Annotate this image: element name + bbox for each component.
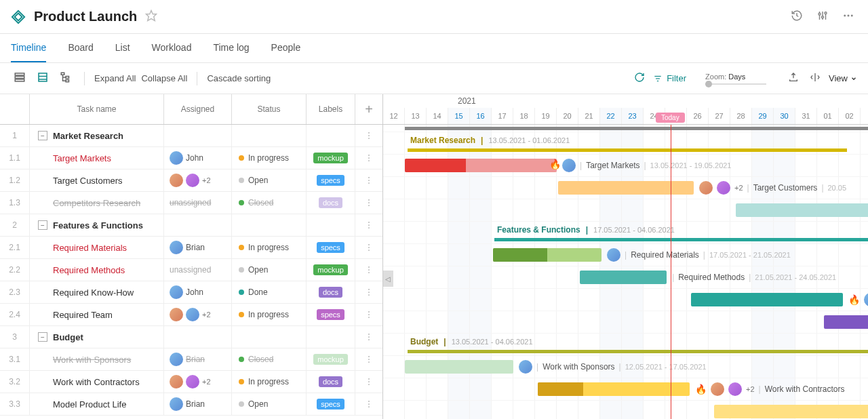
table-row[interactable]: 1.1Target MarketsJohnIn progressmockup <box>0 147 382 169</box>
table-row[interactable]: 1−Market Research <box>0 125 382 147</box>
row-menu-icon[interactable] <box>355 131 382 140</box>
tab-time-log[interactable]: Time log <box>213 34 249 62</box>
task-bar[interactable]: 🔥|Target Markets|13.05.2021 - 19.05.2021 <box>405 159 557 172</box>
tab-board[interactable]: Board <box>68 34 93 62</box>
status-cell[interactable]: In progress <box>232 371 307 393</box>
labels-cell[interactable]: specs <box>307 169 355 191</box>
column-task[interactable]: Task name <box>30 94 164 124</box>
labels-cell[interactable] <box>307 125 355 146</box>
hierarchy-icon[interactable] <box>57 68 75 88</box>
table-row[interactable]: 2−Features & Functions <box>0 214 382 237</box>
table-row[interactable]: 1.3Competitors ResearchunassignedClosedd… <box>0 192 382 214</box>
row-menu-icon[interactable] <box>355 198 382 207</box>
status-cell[interactable]: Open <box>232 259 307 281</box>
cascade-sorting-button[interactable]: Cascade sorting <box>207 73 271 83</box>
table-row[interactable]: 2.2Required MethodsunassignedOpenmockup <box>0 259 382 281</box>
table-row[interactable]: 3.1Work with SponsorsBrianClosedmockup <box>0 348 382 371</box>
status-cell[interactable] <box>232 326 307 348</box>
column-labels[interactable]: Labels <box>307 94 355 124</box>
task-bar[interactable] <box>824 315 868 329</box>
row-menu-icon[interactable] <box>355 265 382 275</box>
table-row[interactable]: 2.3Required Know-HowJohnDonedocs <box>0 281 382 304</box>
status-cell[interactable]: Closed <box>232 192 307 214</box>
labels-cell[interactable]: specs <box>307 237 355 258</box>
table-row[interactable]: 2.1Required MaterialsBrianIn progressspe… <box>0 237 382 259</box>
summary-bar[interactable] <box>408 350 868 353</box>
task-bar[interactable]: +2|Target Customers|20.05 <box>558 181 694 195</box>
row-menu-icon[interactable] <box>355 287 382 297</box>
more-menu-icon[interactable] <box>840 7 857 26</box>
labels-cell[interactable]: docs <box>307 192 355 214</box>
table-row[interactable]: 3.2Work with Contractors+2In progressdoc… <box>0 371 382 393</box>
status-cell[interactable]: In progress <box>232 147 307 169</box>
assigned-cell[interactable]: John <box>164 147 232 169</box>
assigned-cell[interactable]: +2 <box>164 169 232 191</box>
add-column-button[interactable]: + <box>355 94 382 124</box>
row-menu-icon[interactable] <box>355 220 382 230</box>
task-bar[interactable]: |Required Methods|21.05.2021 - 24.05.202… <box>580 271 667 284</box>
zoom-control[interactable]: Zoom: Days <box>705 73 766 85</box>
labels-cell[interactable]: specs <box>307 304 355 325</box>
labels-cell[interactable]: docs <box>307 371 355 393</box>
assigned-cell[interactable]: John <box>164 281 232 303</box>
collapse-toggle[interactable]: − <box>38 332 47 342</box>
assigned-cell[interactable] <box>164 214 232 236</box>
status-cell[interactable]: In progress <box>232 237 307 258</box>
status-cell[interactable]: Open <box>232 393 307 415</box>
labels-cell[interactable] <box>307 326 355 348</box>
assigned-cell[interactable]: Brian <box>164 237 232 258</box>
history-icon[interactable] <box>788 7 806 26</box>
column-status[interactable]: Status <box>232 94 307 124</box>
assigned-cell[interactable] <box>164 125 232 146</box>
status-cell[interactable]: In progress <box>232 304 307 325</box>
assigned-cell[interactable]: unassigned <box>164 192 232 214</box>
row-menu-icon[interactable] <box>355 153 382 163</box>
refresh-icon[interactable] <box>631 69 648 87</box>
labels-cell[interactable]: mockup <box>307 348 355 370</box>
fit-icon[interactable] <box>807 69 823 87</box>
summary-bar[interactable] <box>408 148 847 152</box>
collapse-panel-handle[interactable]: ◁ <box>383 271 393 287</box>
assigned-cell[interactable] <box>164 326 232 348</box>
tab-list[interactable]: List <box>115 34 130 62</box>
assigned-cell[interactable]: +2 <box>164 304 232 325</box>
row-menu-icon[interactable] <box>355 243 382 252</box>
row-menu-icon[interactable] <box>355 377 382 386</box>
status-cell[interactable]: Open <box>232 169 307 191</box>
collapse-all-button[interactable]: Collapse All <box>141 73 187 83</box>
list-view-icon[interactable] <box>34 68 52 88</box>
tab-timeline[interactable]: Timeline <box>11 34 46 62</box>
labels-cell[interactable]: mockup <box>307 259 355 281</box>
tab-workload[interactable]: Workload <box>152 34 192 62</box>
task-bar[interactable]: 🔥 <box>691 293 843 306</box>
assigned-cell[interactable]: Brian <box>164 393 232 415</box>
filter-button[interactable]: Filter <box>653 73 686 83</box>
labels-cell[interactable]: docs <box>307 281 355 303</box>
favorite-star-icon[interactable] <box>145 9 157 24</box>
assigned-cell[interactable]: +2 <box>164 371 232 393</box>
status-cell[interactable] <box>232 214 307 236</box>
zoom-slider[interactable] <box>705 83 766 85</box>
summary-bar[interactable] <box>494 238 868 241</box>
table-row[interactable]: 2.4Required Team+2In progressspecs <box>0 304 382 326</box>
status-cell[interactable] <box>232 125 307 146</box>
column-assigned[interactable]: Assigned <box>164 94 232 124</box>
table-row[interactable]: 1.2Target Customers+2Openspecs <box>0 169 382 192</box>
assigned-cell[interactable]: Brian <box>164 348 232 370</box>
task-bar[interactable] <box>714 405 868 418</box>
table-row[interactable]: 3−Budget <box>0 326 382 348</box>
labels-cell[interactable] <box>307 214 355 236</box>
export-icon[interactable] <box>785 69 802 87</box>
row-menu-icon[interactable] <box>355 310 382 319</box>
outline-view-icon[interactable] <box>11 68 28 88</box>
row-menu-icon[interactable] <box>355 399 382 409</box>
labels-cell[interactable]: mockup <box>307 147 355 169</box>
view-dropdown[interactable]: View <box>829 73 857 83</box>
collapse-toggle[interactable]: − <box>38 131 47 140</box>
status-cell[interactable]: Closed <box>232 348 307 370</box>
status-cell[interactable]: Done <box>232 281 307 303</box>
task-bar[interactable]: |Required Materials|17.05.2021 - 21.05.2… <box>493 248 601 262</box>
task-bar[interactable]: |Work with Sponsors|12.05.2021 - 17.05.2… <box>405 360 513 374</box>
task-bar[interactable]: 🔥+2|Work with Contractors <box>538 382 690 396</box>
tab-people[interactable]: People <box>271 34 301 62</box>
